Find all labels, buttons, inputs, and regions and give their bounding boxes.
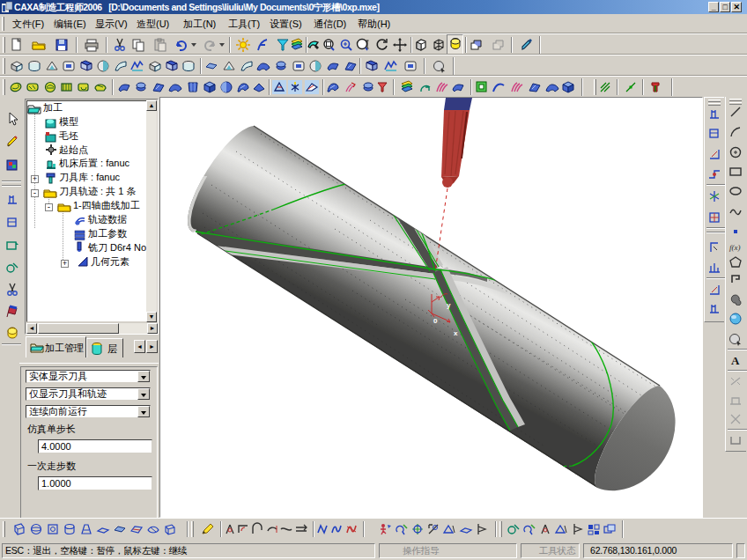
svg-text:x: x (454, 329, 458, 337)
svg-text:f(x): f(x) (729, 243, 741, 252)
svg-text:y: y (447, 301, 451, 309)
svg-text:0: 0 (433, 317, 438, 325)
svg-text:A: A (731, 354, 740, 367)
